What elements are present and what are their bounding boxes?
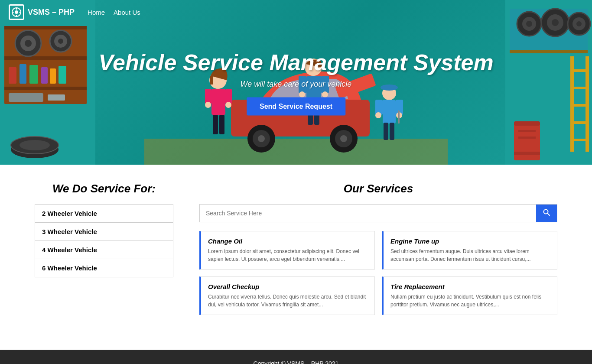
our-services-section: Our Services Change Oil Lorem ipsum dolo… [199,182,557,315]
our-services-heading: Our Services [199,182,557,195]
svg-rect-45 [570,87,589,89]
svg-rect-10 [4,56,87,60]
service-card-description: Lorem ipsum dolor sit amet, consectetur … [208,247,368,263]
svg-point-17 [58,39,63,44]
logo [9,4,24,20]
main-content: We Do Service For: 2 Wheeler Vehicle 3 W… [0,165,592,332]
svg-rect-21 [41,67,48,84]
svg-rect-69 [219,115,224,134]
svg-rect-24 [9,93,43,102]
services-grid: Change Oil Lorem ipsum dolor sit amet, c… [199,231,557,315]
svg-rect-47 [570,121,589,124]
vehicle-item-4-wheeler[interactable]: 4 Wheeler Vehicle [35,241,173,259]
svg-rect-23 [59,66,66,84]
service-card-title: Engine Tune up [390,237,550,245]
vehicle-item-6-wheeler[interactable]: 6 Wheeler Vehicle [35,259,173,277]
svg-rect-87 [390,123,394,140]
navbar: VSMS – PHP Home About Us [0,0,592,24]
service-card-description: Nullam pretium eu justo ac tincidunt. Ve… [390,293,550,309]
svg-rect-48 [570,139,589,141]
svg-point-28 [20,140,50,150]
svg-rect-18 [9,67,16,84]
hero-title: Vehicle Service Management System [98,49,493,75]
svg-rect-19 [20,64,26,84]
nav-about[interactable]: About Us [114,9,140,16]
svg-rect-41 [510,50,588,53]
service-card-tire-replacement: Tire Replacement Nullam pretium eu justo… [382,276,557,315]
hero-content: Vehicle Service Management System We wil… [98,49,493,116]
svg-rect-44 [570,69,589,72]
svg-rect-9 [4,26,87,29]
service-card-description: Sed ultrices fermentum augue. Duis ultri… [390,247,550,263]
service-card-change-oil: Change Oil Lorem ipsum dolor sit amet, c… [199,231,375,270]
hero-subtitle: We will take care of your vehicle [98,80,493,89]
brand: VSMS – PHP [9,4,75,20]
service-card-title: Tire Replacement [390,283,550,290]
svg-rect-46 [570,104,589,107]
nav-home[interactable]: Home [88,9,105,16]
svg-point-2 [15,10,18,14]
svg-rect-20 [29,65,38,84]
svg-rect-86 [384,123,388,140]
svg-rect-11 [4,87,87,90]
svg-rect-25 [48,94,65,101]
hero-section: Vehicle Service Management System We wil… [0,0,592,165]
search-button[interactable] [536,205,557,222]
service-card-title: Overall Checkup [208,283,368,290]
svg-rect-22 [50,68,56,84]
service-card-engine-tune: Engine Tune up Sed ultrices fermentum au… [382,231,557,270]
vehicle-list: 2 Wheeler Vehicle 3 Wheeler Vehicle 4 Wh… [35,204,173,277]
brand-name: VSMS – PHP [28,8,75,17]
svg-rect-50 [514,121,540,126]
services-for-section: We Do Service For: 2 Wheeler Vehicle 3 W… [35,182,173,315]
svg-rect-68 [213,115,218,134]
footer: Copyright © VSMS – PHP 2021 Developed By… [0,350,592,364]
services-for-heading: We Do Service For: [35,182,173,195]
svg-point-60 [258,135,265,142]
svg-rect-53 [518,136,536,139]
svg-rect-55 [144,139,448,165]
service-card-description: Curabitur nec viverra tellus. Donec quis… [208,293,368,309]
nav-links: Home About Us [88,9,140,16]
shelf-left-illustration [0,0,95,165]
footer-copyright: Copyright © VSMS – PHP 2021 [9,360,583,364]
service-card-title: Change Oil [208,237,368,245]
svg-rect-52 [518,130,536,132]
service-card-overall-checkup: Overall Checkup Curabitur nec viverra te… [199,276,375,315]
svg-point-63 [340,135,347,142]
search-icon [543,209,550,216]
svg-line-94 [548,214,550,216]
vehicle-item-3-wheeler[interactable]: 3 Wheeler Vehicle [35,223,173,241]
svg-point-14 [25,40,32,47]
search-input[interactable] [200,205,536,222]
vehicle-item-2-wheeler[interactable]: 2 Wheeler Vehicle [35,205,173,223]
shelf-right-illustration [505,0,592,165]
send-service-request-button[interactable]: Send Service Request [247,98,345,116]
search-bar [199,204,557,222]
svg-rect-51 [514,152,540,155]
